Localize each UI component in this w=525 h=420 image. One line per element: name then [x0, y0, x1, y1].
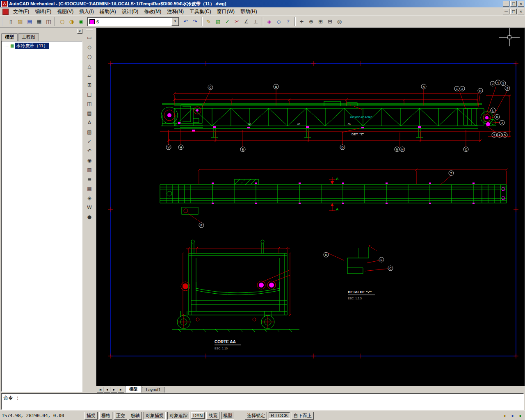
tab-drawing[interactable]: 工程图 — [18, 33, 39, 41]
menu-toolsets[interactable]: 工具集(C) — [187, 7, 214, 16]
mdi-close-button[interactable]: × — [518, 9, 524, 14]
comm-center-icon[interactable]: ● — [509, 413, 516, 419]
model-tree[interactable]: ····· ▦ 水冷皮带（11） — [1, 41, 82, 392]
polar-toggle[interactable]: 极轴 — [129, 412, 142, 420]
array-tool[interactable]: ⊞ — [84, 80, 94, 89]
region-tool[interactable]: ▥ — [84, 165, 94, 174]
power-snap-button[interactable]: ◈ — [265, 17, 274, 27]
svg-text:5: 5 — [502, 82, 504, 85]
undo-button[interactable]: ↶ — [181, 17, 190, 27]
lineweight-toggle[interactable]: 线宽 — [206, 412, 219, 420]
grid-tool[interactable]: ▦ — [84, 184, 94, 193]
status-tray: ● ● ● — [500, 413, 523, 419]
mdi-restore-button[interactable]: □ — [510, 9, 517, 14]
menu-assist[interactable]: 辅助(A) — [97, 7, 119, 16]
linetype-control-button[interactable]: ◑ — [67, 17, 76, 27]
palette-close-icon[interactable]: × — [77, 29, 82, 34]
svg-text:S: S — [507, 87, 509, 90]
tab-model[interactable]: 模型 — [1, 33, 18, 41]
angular-dim-button[interactable]: ∠ — [242, 17, 251, 27]
color-control-button[interactable]: ○ — [57, 17, 67, 27]
hatch-button[interactable]: ▧ — [213, 17, 223, 27]
aa-mark: AA — [248, 123, 251, 125]
menu-file[interactable]: 文件(F) — [10, 7, 32, 16]
drawing-canvas[interactable]: ESTEIRA DA SAIDA DET. "Z" AA AA AA F — [96, 28, 525, 386]
menu-insert[interactable]: 插入(I) — [76, 7, 96, 16]
tree-item-label[interactable]: 水冷皮带（11） — [15, 43, 49, 49]
status-tray-icon[interactable]: ● — [517, 413, 523, 419]
otrack-toggle[interactable]: 对象追踪 — [167, 412, 189, 420]
menu-view[interactable]: 视图(V) — [54, 7, 76, 16]
close-button[interactable]: × — [518, 1, 524, 7]
table-tool[interactable]: ▤ — [84, 109, 94, 118]
minimize-button[interactable]: — — [503, 1, 509, 7]
dyn-toggle[interactable]: DYN — [191, 412, 205, 419]
toolbar-grip[interactable] — [86, 30, 93, 32]
menu-annotate[interactable]: 注释(N) — [164, 7, 187, 16]
toolbar-grip[interactable] — [2, 17, 5, 26]
pan-button[interactable]: + — [297, 17, 306, 27]
view-tool[interactable]: ◉ — [84, 156, 94, 165]
block-tool[interactable]: □ — [84, 90, 94, 99]
zoom-window-button[interactable]: ⊞ — [316, 17, 325, 27]
check-tool[interactable]: ✓ — [84, 137, 94, 146]
arc-tool[interactable]: △ — [84, 62, 94, 71]
redo-button[interactable]: ↷ — [190, 17, 200, 27]
circle-tool[interactable]: ○ — [84, 52, 94, 61]
mdi-minimize-button[interactable]: — — [503, 9, 509, 14]
matchprop-button[interactable]: ✎ — [204, 17, 213, 27]
perpendicular-button[interactable]: ⊥ — [251, 17, 260, 27]
plan-dimensions — [198, 169, 508, 211]
cad-drawing: ESTEIRA DA SAIDA DET. "Z" AA AA AA F — [96, 28, 525, 389]
menu-modify[interactable]: 修改(M) — [141, 7, 164, 16]
f-mark: F — [349, 104, 351, 107]
restore-button[interactable]: □ — [510, 1, 517, 7]
help-button[interactable]: ? — [283, 17, 293, 27]
workspace: × 模型 工程图 ····· ▦ 水冷皮带（11） ▭ ◇ ○ △ ▱ ⊞ — [0, 28, 525, 393]
wipeout-tool[interactable]: W — [84, 203, 94, 212]
save-button[interactable]: ▤ — [25, 17, 34, 27]
zoom-previous-button[interactable]: ⊟ — [325, 17, 335, 27]
trim-button[interactable]: ✂ — [232, 17, 242, 27]
layers-tool[interactable]: ≡ — [84, 175, 94, 184]
menu-design[interactable]: 设计(D) — [119, 7, 142, 16]
model-toggle[interactable]: 模型 — [221, 412, 234, 420]
open-button[interactable]: ▨ — [16, 17, 25, 27]
balloon: C — [388, 266, 393, 271]
plot-preview-button[interactable]: ◫ — [44, 17, 53, 27]
command-window[interactable]: 命令 : — [1, 393, 524, 410]
rectangle-tool[interactable]: ▭ — [84, 33, 94, 42]
ortho-toggle[interactable]: 正交 — [114, 412, 127, 420]
validate-button[interactable]: ✓ — [223, 17, 232, 27]
crosshair-cursor — [499, 28, 520, 46]
draw-toolbar: ▭ ◇ ○ △ ▱ ⊞ □ ◫ ▤ A ▨ ✓ ↶ ◉ ▥ ≡ ▦ ◈ W ● — [83, 28, 96, 393]
zoom-realtime-button[interactable]: ⊕ — [306, 17, 316, 27]
new-button[interactable]: ▯ — [6, 17, 16, 27]
polyline-tool[interactable]: ▱ — [84, 71, 94, 80]
menu-help[interactable]: 帮助(H) — [237, 7, 260, 16]
revert-tool[interactable]: ↶ — [84, 146, 94, 155]
lock-icon[interactable]: ● — [502, 413, 508, 419]
zoom-extents-button[interactable]: ◎ — [335, 17, 344, 27]
insert-block-tool[interactable]: ◫ — [84, 99, 94, 108]
plot-button[interactable]: ▦ — [34, 17, 44, 27]
mtext-tool[interactable]: A — [84, 118, 94, 127]
snap-toggle[interactable]: 捕捉 — [84, 412, 98, 420]
menu-edit[interactable]: 编辑(E) — [32, 7, 54, 16]
layer-control-button[interactable]: ◉ — [76, 17, 86, 27]
osnap-toggle[interactable]: 对象捕捉 — [144, 412, 166, 420]
application-window: A AutoCAD Mechanical - [C:\DOCUME~1\ADMI… — [0, 0, 525, 420]
hatch-tool[interactable]: ▨ — [84, 128, 94, 137]
object-snap-button[interactable]: ◇ — [274, 17, 283, 27]
point-tool[interactable]: ● — [84, 212, 94, 221]
r-lock-button[interactable]: R-LOCK — [269, 412, 290, 419]
selection-lock-button[interactable]: 选择锁定 — [245, 412, 267, 420]
layer-combo[interactable]: 6 ▼ — [87, 17, 179, 26]
grid-toggle[interactable]: 栅格 — [99, 412, 112, 420]
gradient-tool[interactable]: ◈ — [84, 194, 94, 203]
menu-window[interactable]: 窗口(W) — [214, 7, 237, 16]
polygon-tool[interactable]: ◇ — [84, 43, 94, 52]
draw-order-button[interactable]: 自下而上 — [292, 412, 314, 420]
chevron-down-icon[interactable]: ▼ — [171, 18, 179, 26]
tree-row[interactable]: ····· ▦ 水冷皮带（11） — [2, 43, 81, 49]
